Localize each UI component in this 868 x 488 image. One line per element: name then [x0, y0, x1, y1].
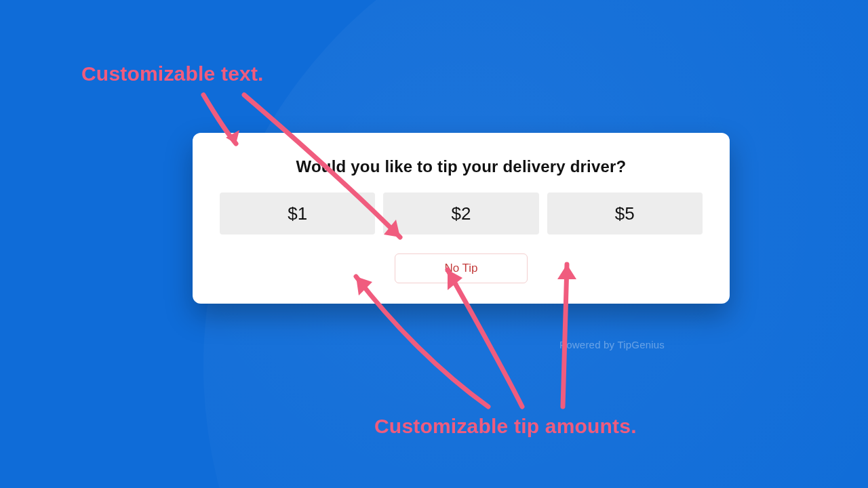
tip-option-3[interactable]: $5 — [547, 192, 703, 235]
annotation-customizable-text: Customizable text. — [81, 62, 264, 85]
tip-option-2[interactable]: $2 — [383, 192, 538, 235]
tip-card-title: Would you like to tip your delivery driv… — [220, 157, 703, 176]
promo-stage: Customizable text. Would you like to tip… — [0, 0, 868, 488]
annotation-customizable-amounts: Customizable tip amounts. — [374, 415, 637, 438]
no-tip-button[interactable]: No Tip — [395, 253, 528, 283]
tip-options-row: $1 $2 $5 — [220, 192, 703, 235]
powered-by-label: Powered by TipGenius — [559, 339, 665, 350]
tip-option-1[interactable]: $1 — [220, 192, 375, 235]
no-tip-row: No Tip — [220, 253, 703, 283]
tip-card: Would you like to tip your delivery driv… — [193, 133, 730, 304]
